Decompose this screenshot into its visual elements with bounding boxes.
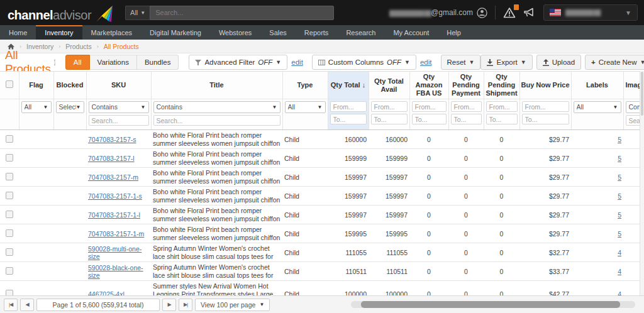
labels-count-link[interactable]: 5 [618, 155, 621, 162]
first-page-button[interactable]: |◀ [4, 299, 18, 311]
custom-columns-button[interactable]: Custom Columns OFF ▼ [312, 55, 416, 70]
select-all-checkbox[interactable] [6, 80, 13, 88]
column-header-qty-total[interactable]: Qty Total ↓ [328, 72, 369, 99]
search-scope-select[interactable]: All▼ [125, 6, 150, 20]
qty-pending-shipment-to-input[interactable] [486, 114, 518, 124]
sku-link[interactable]: 4467025-4xl [88, 290, 125, 295]
buy-now-price-from-input[interactable] [522, 101, 569, 112]
labels-count-link[interactable]: 4 [618, 268, 621, 275]
nav-item-sales[interactable]: Sales [260, 25, 296, 40]
row-checkbox[interactable] [6, 248, 13, 256]
column-header-sku[interactable]: SKU [86, 72, 151, 99]
tab-all[interactable]: All [65, 55, 90, 70]
column-header-blocked[interactable]: Blocked [53, 72, 86, 99]
row-checkbox[interactable] [6, 267, 13, 275]
sku-link[interactable]: 590028-black-one-size [88, 264, 143, 279]
qty-total-from-input[interactable] [330, 101, 367, 112]
sku-link[interactable]: 590028-multi-one-size [88, 245, 142, 260]
row-checkbox[interactable] [6, 173, 13, 180]
nav-item-inventory[interactable]: Inventory [36, 25, 82, 40]
last-page-button[interactable]: ▶| [179, 299, 192, 311]
blocked-filter-select[interactable]: Select...▼ [56, 101, 84, 113]
row-checkbox[interactable] [6, 290, 13, 295]
horizontal-scrollbar[interactable] [351, 301, 635, 308]
advanced-filter-edit-link[interactable]: edit [291, 58, 303, 66]
labels-count-link[interactable]: 4 [618, 249, 621, 256]
nav-item-home[interactable]: Home [0, 25, 36, 40]
nav-item-digital-marketing[interactable]: Digital Marketing [141, 25, 210, 40]
announcements-button[interactable] [523, 8, 536, 18]
labels-filter-select[interactable]: All▼ [574, 101, 621, 113]
column-header-qty-amazon-fba-us[interactable]: Qty Amazon FBA US [409, 72, 448, 99]
previous-page-button[interactable]: ◀ [20, 299, 34, 311]
row-checkbox[interactable] [6, 135, 13, 143]
title-search-input[interactable] [153, 115, 280, 126]
labels-count-link[interactable]: 5 [618, 230, 621, 238]
vertical-scrollbar[interactable] [640, 71, 644, 295]
vertical-scrollbar-thumb[interactable] [641, 72, 643, 116]
breadcrumb-products[interactable]: Products [65, 43, 91, 50]
labels-count-link[interactable]: 4 [618, 290, 621, 295]
reset-button[interactable]: Reset ▼ [441, 55, 481, 70]
upload-icon [543, 59, 549, 66]
advanced-filter-button[interactable]: Advanced Filter OFF ▼ [189, 55, 287, 70]
sku-search-input[interactable] [89, 115, 149, 126]
custom-columns-edit-link[interactable]: edit [420, 58, 432, 66]
sku-link[interactable]: 7047083-2157-1-m [88, 230, 144, 238]
labels-count-link[interactable]: 5 [618, 192, 621, 200]
tab-variations[interactable]: Variations [90, 55, 137, 70]
row-checkbox[interactable] [6, 211, 13, 218]
nav-item-webstores[interactable]: Webstores [210, 25, 260, 40]
column-header-qty-pending-shipment[interactable]: Qty Pending Shipment [484, 72, 519, 99]
title-filter-operator-select[interactable]: Contains▼ [153, 101, 280, 113]
sku-link[interactable]: 7047083-2157-m [88, 173, 138, 181]
create-new-button[interactable]: + Create New ▼ [585, 55, 644, 70]
user-account-menu[interactable]: ██████████ ██@gmail.com [389, 8, 487, 18]
sku-link[interactable]: 7047083-2157-s [88, 136, 136, 143]
qty-pending-payment-from-input[interactable] [451, 101, 482, 112]
column-header-type[interactable]: Type [282, 72, 328, 99]
nav-item-reports[interactable]: Reports [296, 25, 338, 40]
sku-link[interactable]: 7047083-2157-1-l [88, 211, 140, 219]
buy-now-price-to-input[interactable] [522, 114, 569, 124]
column-header-qty-pending-payment[interactable]: Qty Pending Payment [448, 72, 484, 99]
labels-count-link[interactable]: 5 [618, 136, 621, 143]
column-header-buy-now-price[interactable]: Buy Now Price [519, 72, 571, 99]
nav-item-help[interactable]: Help [438, 25, 470, 40]
next-page-button[interactable]: ▶ [162, 299, 176, 311]
qty-pending-shipment-from-input[interactable] [486, 101, 518, 112]
alerts-button[interactable] [503, 7, 516, 18]
labels-count-link[interactable]: 5 [618, 211, 621, 219]
qty-pending-payment-to-input[interactable] [451, 114, 482, 124]
sku-link[interactable]: 7047083-2157-1-s [88, 192, 142, 200]
upload-button[interactable]: Upload [536, 55, 581, 70]
labels-count-link[interactable]: 5 [618, 173, 621, 181]
column-header-flag[interactable]: Flag [19, 72, 53, 99]
row-checkbox[interactable] [6, 192, 13, 199]
qty-amazon-fba-to-input[interactable] [412, 114, 447, 124]
qty-total-avail-from-input[interactable] [371, 101, 408, 112]
nav-item-my-account[interactable]: My Account [384, 25, 438, 40]
row-checkbox[interactable] [6, 229, 13, 237]
nav-item-marketplaces[interactable]: Marketplaces [82, 25, 141, 40]
global-search-input[interactable] [150, 6, 334, 20]
export-button[interactable]: Export ▼ [480, 55, 532, 70]
nav-item-research[interactable]: Research [337, 25, 384, 40]
qty-total-to-input[interactable] [330, 114, 367, 124]
type-filter-select[interactable]: All▼ [285, 101, 326, 113]
horizontal-scrollbar-thumb[interactable] [361, 301, 620, 308]
page-size-select[interactable]: View 100 per page ▼ [195, 299, 270, 311]
flag-filter-select[interactable]: All▼ [21, 101, 52, 113]
channeladvisor-logo[interactable]: channeladvisor [8, 3, 114, 23]
qty-total-avail-to-input[interactable] [371, 114, 408, 124]
sku-filter-operator-select[interactable]: Contains▼ [89, 101, 149, 113]
column-header-qty-total-avail[interactable]: Qty Total Avail [369, 72, 409, 99]
info-icon[interactable]: i [54, 59, 55, 66]
sku-link[interactable]: 7047083-2157-l [88, 155, 135, 162]
account-selector-dropdown[interactable]: ████████ ██ ▼ [543, 4, 638, 21]
qty-amazon-fba-from-input[interactable] [412, 101, 447, 112]
column-header-title[interactable]: Title [151, 72, 282, 99]
tab-bundles[interactable]: Bundles [137, 55, 179, 70]
column-header-labels[interactable]: Labels [571, 72, 623, 99]
row-checkbox[interactable] [6, 154, 13, 162]
